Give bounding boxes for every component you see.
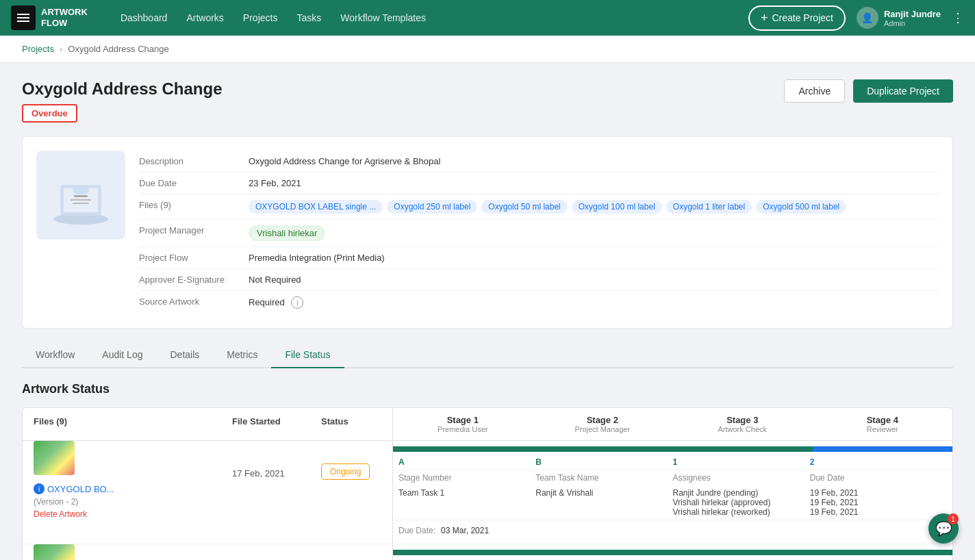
bar-1-1 [673,446,813,452]
file-thumbnail-2 [34,544,75,560]
project-title-section: Oxygold Address Change Overdue [22,79,223,123]
due-date-label-1: Due Date: [398,526,435,535]
create-project-button[interactable]: + Create Project [748,5,846,31]
create-btn-label: Create Project [772,12,833,23]
file-tag-3[interactable]: Oxygold 100 ml label [572,200,662,214]
nav-tasks[interactable]: Tasks [296,12,321,23]
tab-file-status[interactable]: File Status [271,342,344,368]
file-tag-5[interactable]: Oxygold 500 ml label [756,200,846,214]
table-row: i Oxygold 250 ... (Version - 3) Delete A… [23,544,952,560]
logo-text: ARTWORKFLOW [41,7,88,28]
stage-1-name: Stage 1 [398,415,527,425]
file-tag-2[interactable]: Oxygold 50 ml label [481,200,567,214]
project-actions: Archive Duplicate Project [784,79,953,103]
due-date-val-1: 03 Mar, 2021 [441,526,489,535]
bar-1-2 [673,550,813,555]
project-image [36,151,125,240]
tab-audit-log[interactable]: Audit Log [88,342,156,368]
app-header: ARTWORKFLOW Dashboard Artworks Projects … [0,0,975,36]
section-title: Artwork Status [22,382,953,396]
file-version-1: (Version - 2) [34,497,210,507]
thumbnail-image-2 [34,544,75,560]
user-details: Ranjit Jundre Admin [884,9,941,27]
header-right: + Create Project 👤 Ranjit Jundre Admin ⋮ [748,5,964,31]
signature-value: Not Required [249,275,939,285]
manager-value: Vrishali hirlekar [249,225,325,241]
assignee-1-1: Vrishali hirlekar (approved) [673,498,810,507]
file-name-1[interactable]: i OXYGOLD BO... [34,483,210,494]
source-value: Required i [249,296,939,309]
detail-source: Source Artwork Required i [139,291,939,314]
artwork-status-section: Artwork Status Files (9) File Started St… [22,382,953,560]
status-table: Files (9) File Started Status Stage 1 Pr… [22,407,953,560]
table-header: Files (9) File Started Status Stage 1 Pr… [23,408,952,441]
file-tag-1[interactable]: Oxygold 250 ml label [387,200,477,214]
files-label: Files (9) [139,200,249,214]
file-thumbnail-1 [34,441,75,475]
breadcrumb: Projects › Oxygold Address Change [0,36,975,63]
svg-rect-6 [71,199,91,201]
tab-metrics[interactable]: Metrics [213,342,271,368]
stage-3-name: Stage 3 [678,415,807,425]
due-date-value: 23 Feb, 2021 [249,178,939,188]
bar-a-1 [393,446,533,452]
detail-description: Description Oxygold Address Change for A… [139,151,939,173]
nav-artworks[interactable]: Artworks [186,12,223,23]
nav-projects[interactable]: Projects [243,12,278,23]
stage-id-1: 1 [673,457,810,467]
file-info-dot-1: i [34,483,45,494]
nav-workflow-templates[interactable]: Workflow Templates [340,12,426,23]
nav-dashboard[interactable]: Dashboard [121,12,168,23]
project-details: Description Oxygold Address Change for A… [139,151,939,314]
breadcrumb-separator: › [60,44,62,54]
assignees-1: Ranjit Jundre (pending) Vrishali hirleka… [673,488,810,517]
tab-workflow[interactable]: Workflow [22,342,88,368]
col-files: Files (9) [23,408,221,440]
main-content: Oxygold Address Change Overdue Archive D… [0,63,975,560]
stage-header-4: Stage 4 Reviewer [813,408,953,440]
svg-rect-7 [73,203,89,204]
more-options-icon[interactable]: ⋮ [952,10,964,25]
bar-b-2 [533,550,672,555]
task-row-1: Team Task 1 Ranjit & Vrishali Ranjit Jun… [393,485,952,520]
file-started-2: 17 Feb, 2021 [221,544,310,560]
detail-header-1: Stage Number Team Task Name Assignees Du… [393,470,952,485]
file-status-1: Ongoing [310,441,392,476]
breadcrumb-current: Oxygold Address Change [68,44,168,54]
tabs: Workflow Audit Log Details Metrics File … [22,342,953,368]
stage-header-2: Stage 2 Project Manager [533,408,673,440]
file-tag-0[interactable]: OXYGOLD BOX LABEL single ... [249,200,383,214]
task-name-cell-1: Team Task 1 [398,488,535,517]
avatar: 👤 [857,7,878,29]
assignee-1-2: Vrishali hirlekar (reworked) [673,507,810,517]
project-info-panel: Description Oxygold Address Change for A… [22,136,953,329]
dh-due-date: Due Date [810,473,947,483]
stage-4-sub: Reviewer [818,425,948,433]
stage-2-sub: Project Manager [538,425,668,433]
user-role: Admin [884,19,941,27]
stage-content-2: A B 1 2 Stage Number Team Task Name Assi… [392,544,952,560]
bar-a-2 [393,550,533,555]
file-started-1: 17 Feb, 2021 [221,441,310,479]
delete-artwork-1[interactable]: Delete Artwork [34,509,210,519]
breadcrumb-parent[interactable]: Projects [22,44,54,54]
progress-bars-2 [393,550,952,555]
archive-button[interactable]: Archive [784,79,845,103]
stage-header-1: Stage 1 Premedia User [392,408,533,440]
stage-id-a: A [398,457,535,467]
file-tag-4[interactable]: Oxygold 1 liter label [666,200,752,214]
chat-bubble[interactable]: 💬 1 [928,513,959,544]
signature-label: Approver E-Signature [139,275,249,285]
stage-1-sub: Premedia User [398,425,527,433]
logo-icon [11,5,36,30]
duplicate-project-button[interactable]: Duplicate Project [853,79,953,103]
file-info-1: i OXYGOLD BO... (Version - 2) Delete Art… [23,441,221,519]
file-info-2: i Oxygold 250 ... (Version - 3) Delete A… [23,544,221,560]
source-info-icon[interactable]: i [291,296,303,309]
bar-2-2 [813,550,952,555]
task-stage-cell-1: Ranjit & Vrishali [535,488,672,517]
detail-signature: Approver E-Signature Not Required [139,269,939,291]
due-date-label: Due Date [139,178,249,188]
tab-details[interactable]: Details [156,342,213,368]
detail-due-date: Due Date 23 Feb, 2021 [139,173,939,194]
